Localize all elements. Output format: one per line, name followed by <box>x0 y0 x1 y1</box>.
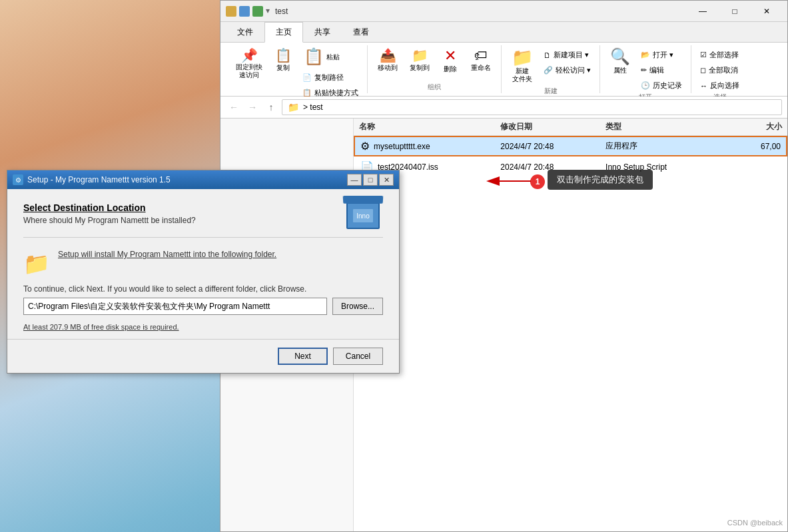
dialog-close-button[interactable]: ✕ <box>379 174 394 186</box>
easy-access-icon: 🔗 <box>544 66 553 75</box>
deselect-icon: ◻ <box>700 66 706 75</box>
copy-path-icon: 📄 <box>302 73 312 82</box>
paste-icon: 📋 <box>304 49 324 65</box>
csdn-watermark: CSDN @beiback <box>727 519 783 527</box>
history-button[interactable]: 🕒 历史记录 <box>637 79 685 93</box>
invert-select-button[interactable]: ↔ 反向选择 <box>697 79 743 93</box>
select-all-icon: ☑ <box>700 51 707 59</box>
select-all-button[interactable]: ☑ 全部选择 <box>697 48 742 62</box>
address-path-display[interactable]: 📁 > test <box>282 99 782 115</box>
col-date-header[interactable]: 修改日期 <box>500 121 606 133</box>
delete-icon: ✕ <box>444 49 456 63</box>
easy-access-button[interactable]: 🔗 轻松访问 ▾ <box>540 63 594 77</box>
dialog-maximize-button[interactable]: □ <box>363 174 378 186</box>
dialog-header-section: Select Destination Location Where should… <box>23 202 383 238</box>
file-date-exe: 2024/4/7 20:48 <box>500 142 605 151</box>
address-path-text: > test <box>303 103 323 112</box>
dialog-minimize-button[interactable]: — <box>347 174 362 186</box>
annotation-box-1: 双击制作完成的安装包 <box>548 170 653 190</box>
rename-button[interactable]: 🏷 重命名 <box>466 45 496 76</box>
open-group: 📂 打开 ▾ ✏ 编辑 🕒 历史记录 <box>637 48 685 93</box>
properties-icon: 🔍 <box>610 49 630 65</box>
forward-button[interactable]: → <box>244 99 260 115</box>
maximize-button[interactable]: □ <box>719 1 750 22</box>
ribbon-group-clipboard: 📌 固定到快速访问 📋 复制 📋 粘贴 📄 复制路径 <box>226 45 368 93</box>
next-button[interactable]: Next <box>278 348 328 365</box>
explorer-title: test <box>275 7 687 16</box>
dialog-app-icon: ⚙ <box>13 174 23 185</box>
install-path-input[interactable] <box>23 298 327 315</box>
move-to-button[interactable]: 📤 移动到 <box>373 45 402 76</box>
disk-space-info: At least 207.9 MB of free disk space is … <box>23 323 383 331</box>
new-label: 新建 <box>544 87 558 97</box>
new-items-group: 🗋 新建项目 ▾ 🔗 轻松访问 ▾ <box>540 48 594 77</box>
dialog-title-text: Setup - My Program Namettt version 1.5 <box>27 175 343 184</box>
dialog-path-label: To continue, click Next. If you would li… <box>23 284 383 294</box>
invert-icon: ↔ <box>700 82 707 90</box>
dialog-footer: Next Cancel <box>7 339 399 373</box>
file-name-exe: ⚙ mysetupttttt.exe <box>360 140 500 152</box>
setup-dialog: ⚙ Setup - My Program Namettt version 1.5… <box>7 170 400 374</box>
dialog-section-title: Select Destination Location <box>23 202 196 213</box>
file-list-header: 名称 修改日期 类型 大小 <box>354 119 787 136</box>
address-bar: ← → ↑ 📁 > test <box>220 97 787 119</box>
dialog-title-bar: ⚙ Setup - My Program Namettt version 1.5… <box>7 170 399 189</box>
tab-home[interactable]: 主页 <box>264 22 303 43</box>
organize-label: 组织 <box>428 83 441 93</box>
rename-icon: 🏷 <box>474 49 488 62</box>
col-size-header[interactable]: 大小 <box>711 121 782 133</box>
ribbon-group-new: 📁 新建文件夹 🗋 新建项目 ▾ 🔗 轻松访问 ▾ 新建 <box>502 45 600 93</box>
folder-large-icon: 📁 <box>23 251 50 276</box>
folder-icon: 📁 <box>288 102 299 113</box>
explorer-title-bar: ▾ test — □ ✕ <box>220 1 787 22</box>
copy-icon: 📋 <box>275 49 292 62</box>
ribbon-tabs: 文件 主页 共享 查看 <box>220 22 787 43</box>
title-bar-app-icon: ▾ <box>226 6 270 17</box>
edit-button[interactable]: ✏ 编辑 <box>637 63 685 77</box>
history-icon: 🕒 <box>641 81 650 90</box>
copyto-icon: 📁 <box>412 49 428 62</box>
ribbon-toolbar: 📌 固定到快速访问 📋 复制 📋 粘贴 📄 复制路径 <box>220 43 787 97</box>
delete-button[interactable]: ✕ 删除 <box>437 45 464 77</box>
deselect-all-button[interactable]: ◻ 全部取消 <box>697 63 741 77</box>
ribbon-group-open: 🔍 属性 📂 打开 ▾ ✏ 编辑 🕒 历史记录 <box>600 45 691 93</box>
open-button[interactable]: 📂 打开 ▾ <box>637 48 685 62</box>
paste-button[interactable]: 📋 粘贴 <box>299 45 362 69</box>
file-type-exe: 应用程序 <box>605 140 711 152</box>
back-button[interactable]: ← <box>226 99 242 115</box>
copy-path-button[interactable]: 📄 复制路径 <box>299 71 362 85</box>
tab-file[interactable]: 文件 <box>226 22 264 43</box>
open-icon: 📂 <box>641 51 650 59</box>
dialog-install-path-text: Setup will install My Program Namettt in… <box>58 248 276 260</box>
file-row-exe[interactable]: ⚙ mysetupttttt.exe 2024/4/7 20:48 应用程序 6… <box>354 136 787 156</box>
new-folder-button[interactable]: 📁 新建文件夹 <box>507 45 538 87</box>
col-type-header[interactable]: 类型 <box>605 121 711 133</box>
cancel-button[interactable]: Cancel <box>333 348 383 365</box>
setup-install-icon: Inno <box>343 189 383 229</box>
new-folder-icon: 📁 <box>512 49 533 66</box>
up-button[interactable]: ↑ <box>263 99 279 115</box>
col-name-header[interactable]: 名称 <box>359 121 500 133</box>
copy-to-button[interactable]: 📁 复制到 <box>405 45 434 76</box>
tab-view[interactable]: 查看 <box>342 22 380 43</box>
exe-icon: ⚙ <box>360 140 370 152</box>
close-button[interactable]: ✕ <box>751 1 782 22</box>
pin-to-quick-access-button[interactable]: 📌 固定到快速访问 <box>231 45 267 83</box>
dialog-section-subtitle: Where should My Program Namettt be insta… <box>23 216 196 225</box>
dialog-window-controls: — □ ✕ <box>347 174 394 186</box>
edit-icon: ✏ <box>641 66 647 75</box>
file-size-exe: 67,00 <box>711 142 781 151</box>
dialog-folder-section: 📁 Setup will install My Program Namettt … <box>23 248 383 276</box>
browse-button[interactable]: Browse... <box>332 298 383 315</box>
annotation-circle-1: 1 <box>530 174 545 189</box>
tab-share[interactable]: 共享 <box>303 22 342 43</box>
minimize-button[interactable]: — <box>687 1 718 22</box>
new-item-icon: 🗋 <box>544 51 551 59</box>
ribbon-group-select: ☑ 全部选择 ◻ 全部取消 ↔ 反向选择 选择 <box>691 45 748 93</box>
new-item-button[interactable]: 🗋 新建项目 ▾ <box>540 48 594 62</box>
dialog-path-row: Browse... <box>23 298 383 315</box>
properties-button[interactable]: 🔍 属性 <box>605 45 635 79</box>
dialog-body: Select Destination Location Where should… <box>7 189 399 339</box>
copy-button[interactable]: 📋 复制 <box>270 45 296 76</box>
pin-icon: 📌 <box>241 49 258 62</box>
